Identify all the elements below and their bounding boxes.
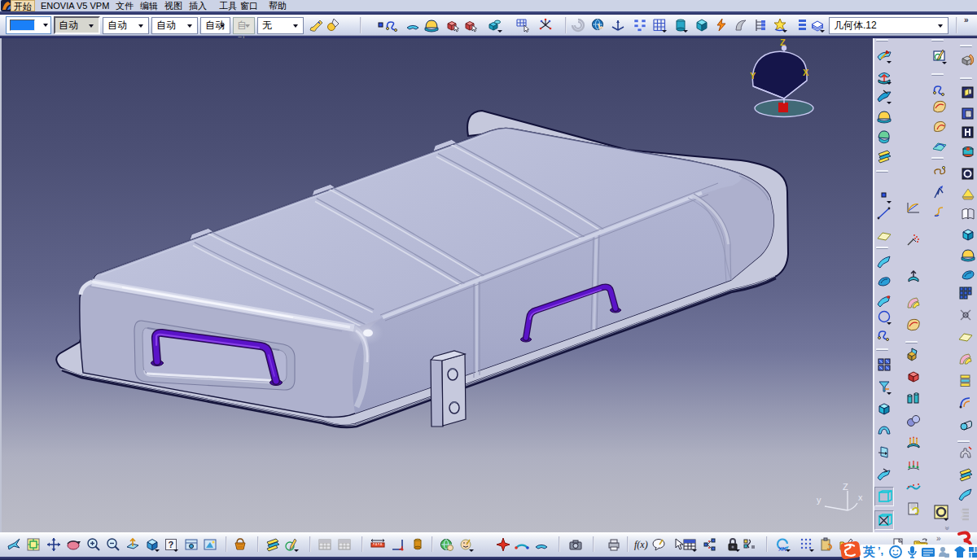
svg-text:Y: Y [750, 71, 756, 81]
svg-text:Z: Z [843, 482, 848, 492]
svg-text:y: y [817, 495, 821, 505]
svg-text:英: 英 [863, 545, 875, 558]
svg-text:Z: Z [780, 37, 786, 47]
svg-text:’,: ’, [878, 545, 883, 557]
svg-text:x: x [858, 492, 863, 502]
svg-text:X: X [803, 68, 809, 77]
